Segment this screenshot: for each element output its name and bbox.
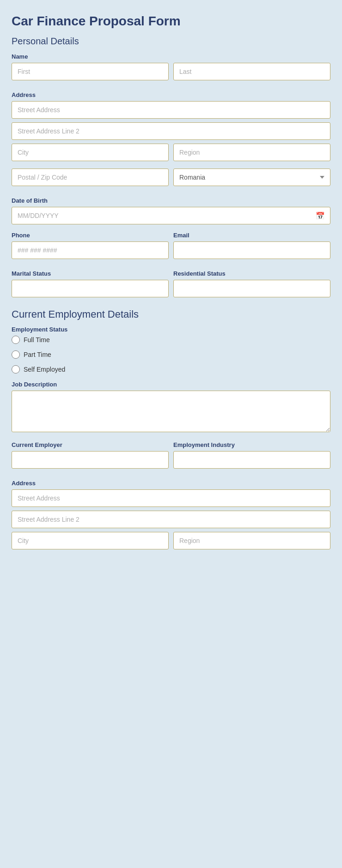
- phone-label: Phone: [12, 232, 169, 239]
- marital-label: Marital Status: [12, 270, 169, 277]
- city-group: [12, 144, 169, 161]
- residential-label: Residential Status: [173, 270, 330, 277]
- employment-address-label: Address: [12, 480, 330, 487]
- emp-street-address-group: [12, 489, 330, 507]
- country-group: Romania UK USA France Germany: [173, 169, 330, 186]
- status-row: Marital Status Residential Status: [12, 270, 330, 301]
- address-section: Address Romania UK USA France Germany: [12, 91, 330, 190]
- dob-input[interactable]: [12, 207, 330, 224]
- phone-group: Phone: [12, 232, 169, 259]
- dob-label: Date of Birth: [12, 197, 330, 204]
- emp-street-address-line2-group: [12, 511, 330, 528]
- employment-section: Current Employment Details Employment St…: [12, 308, 330, 553]
- job-description-section: Job Description: [12, 381, 330, 434]
- first-name-input[interactable]: [12, 63, 169, 80]
- street-address-group: [12, 101, 330, 119]
- dob-wrapper: 📅: [12, 207, 330, 224]
- city-input[interactable]: [12, 144, 169, 161]
- region-group: [173, 144, 330, 161]
- street-address-line2-input[interactable]: [12, 122, 330, 140]
- employment-status-label: Employment Status: [12, 326, 330, 333]
- first-name-group: [12, 63, 169, 80]
- marital-group: Marital Status: [12, 270, 169, 297]
- marital-input[interactable]: [12, 280, 169, 297]
- phone-input[interactable]: [12, 241, 169, 259]
- employment-status-section: Employment Status Full Time Part Time Se…: [12, 326, 330, 374]
- last-name-group: [173, 63, 330, 80]
- employment-radio-group: Full Time Part Time Self Employed: [12, 336, 330, 374]
- industry-label: Employment Industry: [173, 441, 330, 448]
- name-row: [12, 63, 330, 84]
- last-name-input[interactable]: [173, 63, 330, 80]
- self-employed-radio[interactable]: [12, 365, 20, 374]
- self-employed-radio-item[interactable]: Self Employed: [12, 365, 330, 374]
- phone-email-section: Phone Email: [12, 232, 330, 263]
- dob-section: Date of Birth 📅: [12, 197, 330, 224]
- employer-industry-section: Current Employer Employment Industry: [12, 441, 330, 472]
- address-label: Address: [12, 91, 330, 98]
- postal-country-row: Romania UK USA France Germany: [12, 169, 330, 190]
- name-label: Name: [12, 53, 330, 60]
- city-region-row: [12, 144, 330, 165]
- country-select[interactable]: Romania UK USA France Germany: [173, 169, 330, 186]
- street-address-input[interactable]: [12, 101, 330, 119]
- email-input[interactable]: [173, 241, 330, 259]
- page-title: Car Finance Proposal Form: [12, 14, 330, 29]
- residential-input[interactable]: [173, 280, 330, 297]
- email-label: Email: [173, 232, 330, 239]
- name-section: Name: [12, 53, 330, 84]
- emp-city-region-row: [12, 532, 330, 553]
- part-time-radio-item[interactable]: Part Time: [12, 350, 330, 359]
- self-employed-label: Self Employed: [24, 366, 65, 373]
- emp-street-address-input[interactable]: [12, 489, 330, 507]
- emp-region-input[interactable]: [173, 532, 330, 549]
- full-time-radio-item[interactable]: Full Time: [12, 336, 330, 344]
- employer-group: Current Employer: [12, 441, 169, 469]
- employer-industry-row: Current Employer Employment Industry: [12, 441, 330, 472]
- emp-street-address-line2-input[interactable]: [12, 511, 330, 528]
- part-time-label: Part Time: [24, 351, 51, 358]
- postal-input[interactable]: [12, 169, 169, 186]
- full-time-radio[interactable]: [12, 336, 20, 344]
- phone-email-row: Phone Email: [12, 232, 330, 263]
- full-time-label: Full Time: [24, 336, 50, 344]
- employment-address-section: Address: [12, 480, 330, 553]
- industry-input[interactable]: [173, 451, 330, 469]
- emp-region-group: [173, 532, 330, 549]
- employer-label: Current Employer: [12, 441, 169, 448]
- part-time-radio[interactable]: [12, 350, 20, 359]
- personal-details-heading: Personal Details: [12, 36, 330, 47]
- employer-input[interactable]: [12, 451, 169, 469]
- emp-city-group: [12, 532, 169, 549]
- email-group: Email: [173, 232, 330, 259]
- emp-city-input[interactable]: [12, 532, 169, 549]
- street-address-line2-group: [12, 122, 330, 140]
- industry-group: Employment Industry: [173, 441, 330, 469]
- status-section: Marital Status Residential Status: [12, 270, 330, 301]
- job-description-input[interactable]: [12, 391, 330, 432]
- region-input[interactable]: [173, 144, 330, 161]
- job-description-label: Job Description: [12, 381, 330, 388]
- residential-group: Residential Status: [173, 270, 330, 297]
- employment-heading: Current Employment Details: [12, 308, 330, 320]
- postal-group: [12, 169, 169, 186]
